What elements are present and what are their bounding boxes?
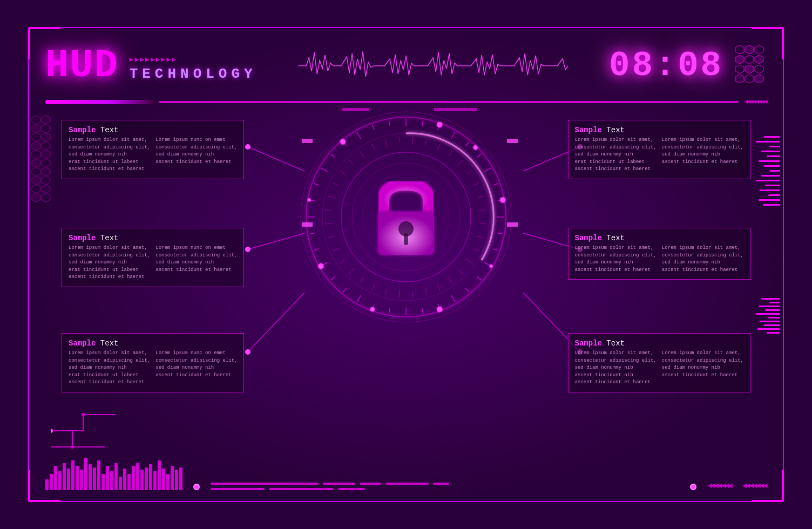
svg-point-114 bbox=[317, 262, 325, 270]
bottom-bar-b bbox=[323, 483, 355, 485]
svg-point-148 bbox=[71, 445, 74, 449]
circuit-dot-bottom bbox=[193, 484, 200, 490]
rdeco-1 bbox=[761, 298, 780, 300]
eq-bar bbox=[67, 469, 70, 490]
right-bar-11 bbox=[765, 185, 780, 186]
svg-line-74 bbox=[437, 144, 440, 151]
left-honeycomb bbox=[29, 104, 56, 428]
eq-bar bbox=[63, 463, 66, 490]
svg-line-84 bbox=[466, 259, 472, 263]
eq-bar bbox=[71, 460, 75, 490]
eq-bar bbox=[54, 466, 57, 490]
svg-line-90 bbox=[399, 289, 400, 297]
circuit-dot-right bbox=[690, 484, 696, 490]
svg-line-68 bbox=[357, 132, 361, 138]
bottom-bar-row-1 bbox=[211, 483, 679, 485]
right-bar-8 bbox=[769, 170, 780, 172]
svg-line-66 bbox=[331, 154, 335, 157]
bottom-section: ◄◄◄◄◄◄◄ ◄◄◄◄◄◄◄ bbox=[45, 458, 767, 490]
eq-bar bbox=[45, 479, 49, 490]
svg-marker-3 bbox=[755, 45, 763, 54]
top-section: HUD ▶▶▶▶▶▶▶▶▶ TECHNOLOGY bbox=[29, 28, 783, 98]
svg-marker-4 bbox=[735, 55, 744, 64]
svg-marker-8 bbox=[745, 65, 754, 73]
eq-bar bbox=[80, 470, 83, 490]
svg-line-54 bbox=[389, 308, 390, 314]
svg-line-98 bbox=[326, 223, 334, 224]
svg-line-70 bbox=[389, 120, 390, 126]
panel-bot-right: Sample Text Lorem ipsum dolor sit amet, … bbox=[568, 333, 750, 392]
eq-bar bbox=[106, 466, 109, 490]
svg-point-146 bbox=[51, 429, 53, 433]
svg-line-64 bbox=[314, 184, 319, 185]
svg-marker-18 bbox=[42, 133, 50, 141]
right-bar-5 bbox=[767, 155, 780, 157]
rdeco-7 bbox=[760, 321, 780, 322]
right-side-bars bbox=[753, 136, 780, 206]
right-bar-13 bbox=[768, 194, 780, 196]
svg-line-45 bbox=[497, 233, 503, 234]
svg-marker-2 bbox=[745, 45, 754, 54]
svg-line-49 bbox=[466, 288, 469, 293]
right-bar-2 bbox=[756, 141, 780, 143]
right-deco-bottom bbox=[756, 298, 780, 334]
clock-section: 08:08 bbox=[609, 44, 767, 87]
svg-marker-28 bbox=[42, 176, 50, 185]
svg-line-91 bbox=[385, 289, 387, 295]
eq-bar bbox=[84, 458, 87, 490]
svg-line-92 bbox=[372, 283, 375, 290]
title-right: ▶▶▶▶▶▶▶▶▶ TECHNOLOGY bbox=[130, 55, 257, 82]
svg-line-93 bbox=[360, 278, 363, 283]
svg-marker-24 bbox=[42, 159, 50, 167]
svg-line-99 bbox=[326, 210, 332, 211]
svg-marker-15 bbox=[32, 124, 40, 133]
rdeco-3 bbox=[759, 306, 780, 307]
svg-line-40 bbox=[477, 154, 482, 157]
panel-bl-title: Sample Text bbox=[69, 339, 237, 348]
panel-tl-content: Lorem ipsum dolor sit amet, consectetur … bbox=[69, 137, 237, 173]
progress-bar bbox=[45, 100, 153, 104]
svg-line-97 bbox=[328, 236, 334, 238]
svg-line-38 bbox=[451, 132, 455, 138]
svg-point-128 bbox=[245, 349, 251, 355]
circuit-bottom-left-svg bbox=[51, 404, 132, 458]
bottom-bar-h bbox=[338, 488, 365, 490]
svg-line-65 bbox=[321, 168, 327, 172]
svg-line-58 bbox=[331, 277, 335, 280]
panel-bl-col2: Lorem ipsum nunc on emet consectetur adi… bbox=[155, 350, 237, 386]
panel-mr-col2: Lorem ipsum dolor sit amet, consectetur … bbox=[662, 245, 743, 274]
svg-line-103 bbox=[349, 160, 353, 164]
eq-bar bbox=[114, 463, 118, 490]
svg-marker-22 bbox=[42, 150, 50, 159]
panel-mr-title: Sample Text bbox=[575, 234, 743, 242]
svg-line-42 bbox=[493, 184, 498, 185]
svg-line-107 bbox=[399, 137, 400, 143]
hex-grid-decoration bbox=[734, 44, 767, 87]
panel-bl-col1: Lorem ipsum dolor sit amet, consectetur … bbox=[69, 350, 150, 386]
svg-line-101 bbox=[333, 183, 339, 186]
svg-line-85 bbox=[459, 270, 463, 274]
svg-marker-29 bbox=[32, 185, 40, 193]
svg-marker-19 bbox=[32, 141, 40, 150]
hud-title: HUD bbox=[45, 46, 119, 85]
panel-br-col2: Lorem ipsum dolor sit amet, consectetur … bbox=[662, 350, 743, 386]
eq-bar bbox=[97, 460, 100, 490]
chevrons-right: ◄◄◄◄◄◄◄◄ bbox=[744, 98, 767, 106]
right-bar-15 bbox=[763, 204, 780, 206]
svg-line-88 bbox=[425, 287, 427, 295]
svg-marker-9 bbox=[755, 65, 763, 73]
right-bar-4 bbox=[761, 151, 780, 152]
panel-bl-content: Lorem ipsum dolor sit amet, consectetur … bbox=[69, 350, 237, 386]
rdeco-2 bbox=[769, 302, 780, 303]
panel-tr-content: Lorem ipsum dolor sit amet, consectetur … bbox=[575, 137, 743, 173]
svg-rect-122 bbox=[404, 233, 408, 245]
bottom-bar-e bbox=[433, 483, 449, 485]
eq-bar bbox=[171, 466, 174, 490]
right-bar-10 bbox=[756, 180, 780, 181]
svg-line-57 bbox=[343, 288, 346, 293]
svg-marker-21 bbox=[32, 150, 40, 159]
svg-marker-16 bbox=[42, 124, 50, 133]
svg-point-109 bbox=[472, 145, 478, 151]
panel-ml-content: Lorem ipsum dolor sit amet, consectetur … bbox=[69, 245, 237, 281]
svg-marker-12 bbox=[755, 74, 763, 83]
